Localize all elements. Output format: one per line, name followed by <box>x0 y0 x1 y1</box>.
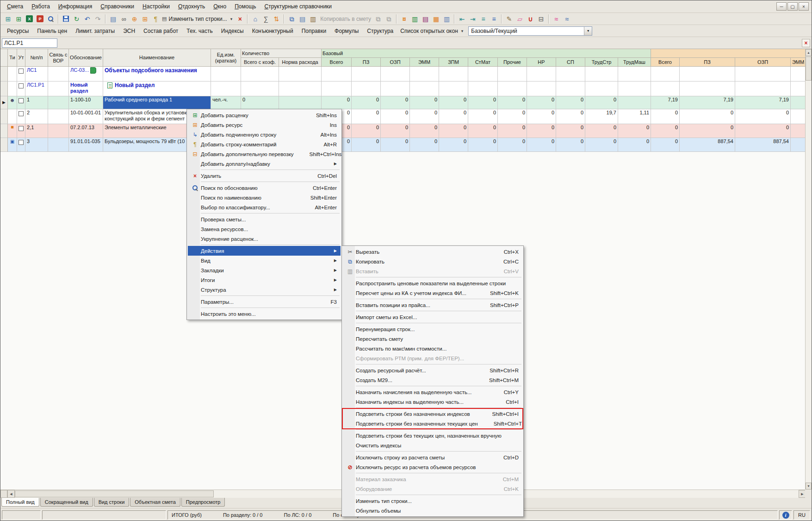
cell-value[interactable]: 0 <box>352 109 381 124</box>
approve-checkbox[interactable] <box>19 83 24 88</box>
cell-norm[interactable] <box>279 67 322 82</box>
cell-value[interactable]: 0 <box>527 96 556 109</box>
cell-justification[interactable]: 07.2.07.13 <box>69 124 103 138</box>
cell-value[interactable] <box>439 67 468 82</box>
cell-value[interactable]: 0 <box>322 96 352 109</box>
indent-button[interactable]: ⇥ <box>467 14 478 24</box>
sum-button[interactable]: ∑ <box>260 14 271 24</box>
conjuncture-button[interactable]: Конъюнктурный <box>248 26 298 36</box>
cell-value[interactable] <box>651 82 680 96</box>
vertical-scrollbar[interactable]: ▲ ▼ <box>805 49 812 490</box>
cell-value[interactable]: 0 <box>352 96 381 109</box>
close-grid-button[interactable]: × <box>802 39 810 47</box>
menu-item-view[interactable]: Вид▶ <box>188 256 341 265</box>
copy-button[interactable]: ⧉ <box>286 14 297 24</box>
menu-item-copy[interactable]: ⧉КопироватьCtrl+C <box>343 257 522 266</box>
cell-value[interactable]: 7,19 <box>735 96 791 109</box>
menu-item-delete[interactable]: ×УдалитьCtrl+Del <box>188 171 341 181</box>
col-ti[interactable]: Ти <box>8 49 17 67</box>
copy-to-estimate2-button[interactable]: ⧉ <box>384 14 394 24</box>
menu-smeta[interactable]: Смета <box>3 1 27 12</box>
cell-value[interactable]: 0 <box>498 109 527 124</box>
menu-item-create-resource-calc[interactable]: Создать ресурсный расчёт...Shift+Ctrl+R <box>343 365 522 375</box>
menu-item-recalc-estimate[interactable]: Пересчитать смету <box>343 334 522 344</box>
cell-norm[interactable] <box>279 96 322 109</box>
cell-value[interactable]: 0 <box>498 124 527 138</box>
copy-sheet-button[interactable]: ▤ <box>297 14 308 24</box>
cell-value[interactable]: 0 <box>680 124 735 138</box>
cell-value[interactable] <box>556 82 585 96</box>
col-link-vor[interactable]: Связь с ВОР <box>48 49 69 67</box>
col-base-total[interactable]: Всего <box>322 58 352 67</box>
tab-row-view[interactable]: Вид строки <box>94 498 130 507</box>
cell-value[interactable]: 0 <box>410 109 439 124</box>
menu-item-check-estimate[interactable]: Проверка сметы... <box>188 214 341 224</box>
approve-checkbox[interactable] <box>19 140 24 145</box>
col-base-ozp[interactable]: ОЗП <box>381 58 410 67</box>
cell-value[interactable]: 0 <box>527 138 556 152</box>
cell-value[interactable]: 0 <box>680 109 735 124</box>
add-rate-button[interactable]: ⊕ <box>129 14 140 24</box>
cell-value[interactable] <box>618 96 651 109</box>
menu-item-structure[interactable]: Структура▶ <box>188 285 341 295</box>
paste-button[interactable]: ▥ <box>308 14 318 24</box>
menu-item-enlarge-rates[interactable]: Укрупнение расценок... <box>188 234 341 244</box>
highlight-pink-button[interactable]: ≈ <box>551 14 562 24</box>
cell-justification[interactable]: Новый раздел <box>69 82 103 96</box>
level-list2-button[interactable]: ≡ <box>489 14 499 24</box>
menu-item-create-m29[interactable]: Создать М29...Shift+Ctrl+M <box>343 375 522 385</box>
cell-num[interactable]: 1 <box>25 96 48 109</box>
cell-value[interactable] <box>410 82 439 96</box>
work-composition-button[interactable]: Состав работ <box>139 26 182 36</box>
cell-link[interactable] <box>48 109 69 124</box>
cell-qty[interactable] <box>241 67 279 82</box>
cell-value[interactable]: 1,11 <box>618 109 651 124</box>
cell-value[interactable]: 0 <box>468 109 498 124</box>
col-base-zpm[interactable]: ЗПМ <box>439 58 468 67</box>
approve-checkbox[interactable] <box>19 69 24 74</box>
menu-item-add-transport[interactable]: ⊟Добавить дополнительную перевозкуShift+… <box>188 149 341 159</box>
close-button[interactable]: × <box>799 2 809 11</box>
indexes-button[interactable]: Индексы <box>217 26 248 36</box>
cell-value[interactable]: 7,19 <box>680 96 735 109</box>
col-num[interactable]: №п/п <box>25 49 48 67</box>
pen-button[interactable]: ✎ <box>504 14 514 24</box>
cell-value[interactable] <box>322 67 352 82</box>
cell-value[interactable]: 0 <box>498 138 527 152</box>
cell-link[interactable] <box>48 67 69 82</box>
cell-link[interactable] <box>48 138 69 152</box>
restore-button[interactable]: ▢ <box>787 2 798 11</box>
cell-value[interactable]: 0 <box>651 109 680 124</box>
col-trudmash[interactable]: ТрудМаш <box>618 58 651 67</box>
table-row-ls1-r1[interactable]: ЛС1.Р1 Новый раздел Новый раздел <box>0 82 806 96</box>
sort-button[interactable]: ⇅ <box>271 14 282 24</box>
cell-value[interactable]: 0 <box>352 138 381 152</box>
col-cur-pz[interactable]: ПЗ <box>680 58 735 67</box>
cell-value[interactable] <box>791 82 806 96</box>
tab-short-view[interactable]: Сокращенный вид <box>40 498 93 507</box>
cell-value[interactable]: 0 <box>585 124 618 138</box>
col-qty-total[interactable]: Всего с коэф. <box>241 58 279 67</box>
esn-button[interactable]: ЭСН <box>119 26 139 36</box>
cell-value[interactable]: 0 <box>618 124 651 138</box>
book-button[interactable]: ▥ <box>441 14 452 24</box>
cell-num[interactable]: ЛС1.Р1 <box>25 82 48 96</box>
cell-value[interactable]: 0 <box>585 138 618 152</box>
cell-value[interactable]: 7,19 <box>651 96 680 109</box>
col-cur-ozp[interactable]: ОЗП <box>735 58 791 67</box>
scroll-down-icon[interactable]: ▼ <box>806 483 812 490</box>
menu-spravochniki[interactable]: Справочники <box>97 1 138 12</box>
structure-button[interactable]: ⌂ <box>250 14 260 24</box>
col-name[interactable]: Наименование <box>103 49 211 67</box>
cell-value[interactable] <box>439 82 468 96</box>
col-base-stmat[interactable]: СтМат <box>468 58 498 67</box>
comment-button[interactable]: ¶ <box>150 14 161 24</box>
cell-num[interactable]: 3 <box>25 138 48 152</box>
cell-value[interactable] <box>468 82 498 96</box>
cell-justification[interactable]: ЛС-03... <box>69 67 103 82</box>
menu-item-add-child-row[interactable]: ↳Добавить подчиненную строкуAlt+Ins <box>188 130 341 139</box>
scroll-up-icon[interactable]: ▲ <box>806 49 812 56</box>
cell-value[interactable] <box>322 82 352 96</box>
corrections-button[interactable]: Поправки <box>298 26 330 36</box>
cell-value[interactable] <box>680 67 735 82</box>
